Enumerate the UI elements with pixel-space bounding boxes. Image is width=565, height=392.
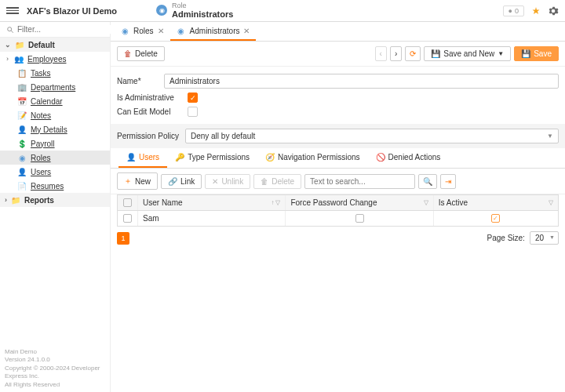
- sidebar-search-input[interactable]: [17, 25, 117, 34]
- menu-toggle-icon[interactable]: [6, 5, 19, 17]
- sort-icon[interactable]: ↑: [271, 199, 274, 206]
- sidebar-item-users[interactable]: 👤Users: [0, 165, 110, 179]
- col-force-pw[interactable]: Force Password Change▽: [286, 195, 433, 210]
- type-perms-icon: 🔑: [175, 153, 184, 162]
- tab-bar: ◉ Roles ✕ ◉ Administrators ✕: [111, 22, 565, 42]
- footer-info: Main Demo Version 24.1.0.0 Copyright © 2…: [0, 345, 110, 392]
- prev-record-button[interactable]: ‹: [375, 46, 387, 61]
- col-user-name[interactable]: User Name↑▽: [138, 195, 286, 210]
- sub-tab-users[interactable]: 👤Users: [118, 148, 167, 168]
- new-button[interactable]: ＋New: [117, 172, 158, 190]
- sub-tab-denied[interactable]: 🚫Denied Actions: [368, 148, 449, 168]
- role-badge-icon: ◉: [156, 5, 167, 16]
- user-icon: 👤: [17, 125, 27, 134]
- table-row[interactable]: Sam ✓: [118, 211, 558, 226]
- is-admin-label: Is Administrative: [117, 93, 188, 102]
- pager: 1 Page Size: 20: [111, 227, 565, 249]
- unlink-button[interactable]: ✕Unlink: [205, 174, 250, 189]
- tab-administrators[interactable]: ◉ Administrators ✕: [170, 22, 257, 41]
- chevron-left-icon: ‹: [380, 49, 382, 58]
- grid-search-input[interactable]: [304, 174, 415, 189]
- save-icon: 💾: [431, 49, 440, 58]
- folder-icon: 📁: [15, 40, 24, 49]
- sidebar-item-notes[interactable]: 📝Notes: [0, 108, 110, 122]
- sidebar: ⌄ 📁 Default ›👥Employees 📋Tasks 🏢Departme…: [0, 22, 111, 392]
- notification-counter[interactable]: ● 0: [503, 5, 524, 16]
- filter-icon[interactable]: ▽: [424, 199, 428, 206]
- sidebar-item-calendar[interactable]: 📅Calendar: [0, 94, 110, 108]
- gear-icon[interactable]: [548, 5, 559, 16]
- nav-perms-icon: 🧭: [265, 153, 275, 162]
- chevron-right-icon: ›: [6, 55, 9, 63]
- refresh-button[interactable]: ⟳: [405, 46, 421, 61]
- notes-icon: 📝: [17, 111, 27, 120]
- close-icon[interactable]: ✕: [243, 27, 250, 35]
- plus-icon: ＋: [124, 176, 132, 187]
- sidebar-item-roles[interactable]: ◉Roles: [0, 151, 110, 165]
- main-content: ◉ Roles ✕ ◉ Administrators ✕ 🗑Delete ‹ ›…: [111, 22, 565, 392]
- users-icon: 👤: [17, 167, 27, 176]
- chevron-down-icon: ⌄: [5, 41, 11, 49]
- sidebar-item-my-details[interactable]: 👤My Details: [0, 122, 110, 136]
- force-pw-checkbox[interactable]: [355, 214, 364, 223]
- grid-toolbar: ＋New 🔗Link ✕Unlink 🗑Delete 🔍 ⇥: [111, 169, 565, 194]
- sidebar-search[interactable]: [0, 22, 110, 38]
- search-icon: [6, 26, 14, 34]
- select-all-checkbox[interactable]: [123, 198, 132, 207]
- sidebar-item-employees[interactable]: ›👥Employees: [0, 52, 110, 66]
- save-button[interactable]: 💾Save: [514, 46, 559, 61]
- sidebar-group-default[interactable]: ⌄ 📁 Default: [0, 38, 110, 52]
- svg-line-1: [11, 31, 13, 33]
- page-size-label: Page Size:: [487, 234, 525, 242]
- permission-policy-row: Permission Policy Deny all by default ▼: [111, 124, 565, 148]
- payroll-icon: 💲: [17, 139, 27, 148]
- sub-tab-type-perms[interactable]: 🔑Type Permissions: [167, 148, 257, 168]
- save-and-new-button[interactable]: 💾Save and New▼: [424, 46, 511, 61]
- app-title: XAF's Blazor UI Demo: [27, 6, 117, 16]
- calendar-icon: 📅: [17, 96, 27, 106]
- user-icon: 👤: [126, 153, 136, 162]
- export-icon: ⇥: [445, 177, 451, 186]
- sidebar-item-departments[interactable]: 🏢Departments: [0, 80, 110, 94]
- is-admin-checkbox[interactable]: ✓: [188, 93, 198, 103]
- col-is-active[interactable]: Is Active▽: [434, 195, 558, 210]
- users-grid: User Name↑▽ Force Password Change▽ Is Ac…: [117, 194, 559, 227]
- row-checkbox[interactable]: [123, 214, 132, 223]
- sidebar-item-payroll[interactable]: 💲Payroll: [0, 136, 110, 151]
- page-1-button[interactable]: 1: [117, 232, 129, 245]
- save-icon: 💾: [521, 49, 530, 58]
- sidebar-group-reports[interactable]: › 📁 Reports: [0, 193, 110, 207]
- perm-policy-select[interactable]: Deny all by default ▼: [185, 129, 559, 143]
- link-icon: 🔗: [168, 177, 177, 186]
- name-label: Name*: [117, 77, 164, 85]
- export-button[interactable]: ⇥: [440, 174, 456, 189]
- breadcrumb: ◉ Role Administrators: [156, 2, 233, 20]
- employees-icon: 👥: [14, 54, 24, 64]
- tab-roles[interactable]: ◉ Roles ✕: [114, 22, 170, 41]
- sub-tab-nav-perms[interactable]: 🧭Navigation Permissions: [257, 148, 368, 168]
- can-edit-checkbox[interactable]: [188, 107, 198, 117]
- page-size-select[interactable]: 20: [530, 231, 559, 245]
- pin-icon[interactable]: [530, 5, 541, 16]
- grid-delete-button[interactable]: 🗑Delete: [253, 174, 301, 189]
- close-icon[interactable]: ✕: [158, 27, 164, 35]
- sidebar-item-resumes[interactable]: 📄Resumes: [0, 179, 110, 193]
- sidebar-item-tasks[interactable]: 📋Tasks: [0, 66, 110, 80]
- record-toolbar: 🗑Delete ‹ › ⟳ 💾Save and New▼ 💾Save: [111, 42, 565, 67]
- detail-form: Name* Is Administrative ✓ Can Edit Model: [111, 67, 565, 124]
- roles-icon: ◉: [120, 26, 129, 35]
- folder-icon: 📁: [11, 195, 20, 205]
- svg-point-0: [8, 27, 12, 31]
- filter-icon[interactable]: ▽: [275, 199, 280, 206]
- is-active-checkbox[interactable]: ✓: [491, 214, 500, 223]
- filter-icon[interactable]: ▽: [549, 199, 553, 206]
- search-button[interactable]: 🔍: [418, 174, 437, 189]
- delete-button[interactable]: 🗑Delete: [117, 46, 165, 61]
- cell-user-name: Sam: [138, 211, 286, 226]
- next-record-button[interactable]: ›: [390, 46, 402, 61]
- roles-icon: ◉: [177, 26, 186, 35]
- trash-icon: 🗑: [124, 49, 132, 58]
- link-button[interactable]: 🔗Link: [161, 174, 202, 189]
- chevron-down-icon: ▼: [547, 132, 553, 140]
- name-input[interactable]: [164, 74, 559, 89]
